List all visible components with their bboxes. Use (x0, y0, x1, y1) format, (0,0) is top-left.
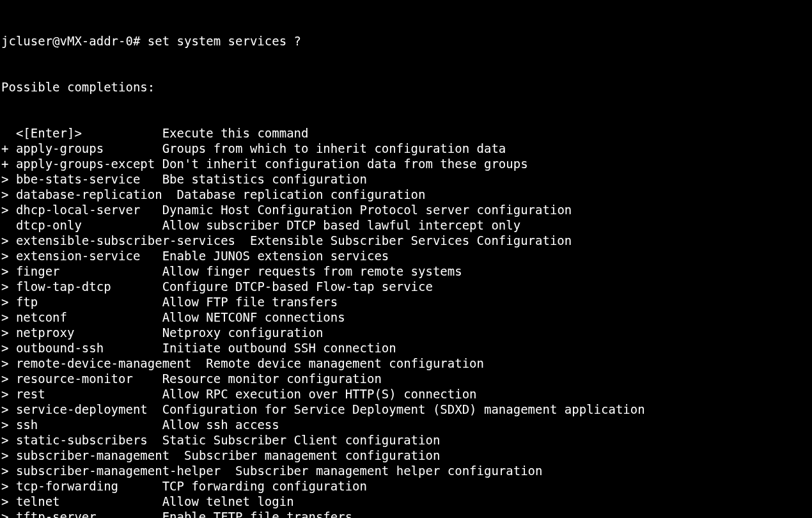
completion-name: apply-groups (16, 141, 162, 155)
completion-item: > bbe-stats-service Bbe statistics confi… (1, 171, 811, 187)
completion-item: > ssh Allow ssh access (1, 417, 811, 432)
completion-item: > telnet Allow telnet login (1, 494, 811, 509)
completion-prefix: > (1, 341, 16, 355)
completion-prefix: > (1, 249, 16, 263)
completion-item: > dhcp-local-server Dynamic Host Configu… (1, 202, 811, 217)
completion-name: telnet (16, 494, 162, 508)
terminal[interactable]: jcluser@vMX-addr-0# set system services … (0, 0, 812, 518)
prompt-line-1: jcluser@vMX-addr-0# set system services … (1, 33, 811, 49)
completion-item: > subscriber-management Subscriber manag… (1, 448, 811, 463)
completion-prefix (1, 126, 16, 140)
completion-prefix: > (1, 187, 16, 201)
completion-item: + apply-groups-except Don't inherit conf… (1, 156, 811, 171)
completion-item: > outbound-ssh Initiate outbound SSH con… (1, 340, 811, 356)
completion-description: Bbe statistics configuration (162, 172, 367, 186)
completion-item: > netproxy Netproxy configuration (1, 325, 811, 340)
completion-name: netproxy (16, 326, 162, 340)
completion-name: netconf (16, 310, 162, 324)
completion-description: Extensible Subscriber Services Configura… (250, 233, 572, 247)
completion-item: + apply-groups Groups from which to inhe… (1, 141, 811, 156)
completion-description: Allow finger requests from remote system… (162, 264, 462, 278)
completion-description: Groups from which to inherit configurati… (162, 141, 506, 155)
completion-description: Allow RPC execution over HTTP(S) connect… (162, 387, 477, 401)
completion-description: Subscriber management helper configurati… (235, 464, 542, 478)
completion-item: > service-deployment Configuration for S… (1, 402, 811, 417)
completion-name: subscriber-management (16, 448, 184, 462)
completion-item: > flow-tap-dtcp Configure DTCP-based Flo… (1, 279, 811, 294)
completion-prefix: > (1, 295, 16, 309)
completion-description: Configure DTCP-based Flow-tap service (162, 279, 433, 294)
completion-name: dtcp-only (16, 218, 162, 232)
completion-name: tcp-forwarding (16, 479, 162, 493)
completion-prefix: > (1, 433, 16, 447)
completion-item: > remote-device-management Remote device… (1, 356, 811, 371)
completion-description: Netproxy configuration (162, 326, 324, 340)
completion-name: finger (16, 264, 162, 278)
completion-prefix: > (1, 402, 16, 416)
completion-description: Database replication configuration (177, 187, 426, 201)
completion-name: static-subscribers (16, 433, 162, 447)
completion-prefix: > (1, 372, 16, 386)
completion-name: resource-monitor (16, 372, 162, 386)
completion-item: > static-subscribers Static Subscriber C… (1, 432, 811, 448)
completion-name: bbe-stats-service (16, 172, 162, 186)
completion-item: > netconf Allow NETCONF connections (1, 310, 811, 325)
completion-description: Initiate outbound SSH connection (162, 341, 396, 355)
completion-item: > ftp Allow FTP file transfers (1, 294, 811, 310)
completion-item: > resource-monitor Resource monitor conf… (1, 371, 811, 386)
completion-name: service-deployment (16, 402, 162, 416)
completion-prefix: > (1, 387, 16, 401)
completion-prefix: > (1, 310, 16, 324)
completion-item: > extension-service Enable JUNOS extensi… (1, 248, 811, 263)
completion-description: Allow NETCONF connections (162, 310, 345, 324)
completion-name: ssh (16, 418, 162, 432)
completion-item: dtcp-only Allow subscriber DTCP based la… (1, 217, 811, 233)
completion-prefix (1, 218, 16, 232)
completion-item: > tcp-forwarding TCP forwarding configur… (1, 478, 811, 494)
completion-name: dhcp-local-server (16, 203, 162, 217)
completion-prefix: > (1, 326, 16, 340)
completion-item: > subscriber-management-helper Subscribe… (1, 463, 811, 478)
completion-description: Don't inherit configuration data from th… (162, 157, 528, 171)
completion-prefix: > (1, 464, 16, 478)
completion-prefix: + (1, 141, 16, 155)
completion-item: > tftp-server Enable TFTP file transfers (1, 509, 811, 518)
completion-description: Enable JUNOS extension services (162, 249, 389, 263)
completion-description: Enable TFTP file transfers (162, 510, 352, 518)
completion-prefix: > (1, 172, 16, 186)
completion-name: flow-tap-dtcp (16, 279, 162, 294)
completion-name: extensible-subscriber-services (16, 233, 250, 247)
completion-name: ftp (16, 295, 162, 309)
completion-name: apply-groups-except (16, 157, 162, 171)
completion-name: tftp-server (16, 510, 162, 518)
completion-name: outbound-ssh (16, 341, 162, 355)
completion-description: TCP forwarding configuration (162, 479, 367, 493)
completion-name: database-replication (16, 187, 177, 201)
completion-description: Allow FTP file transfers (162, 295, 338, 309)
completion-item: > database-replication Database replicat… (1, 187, 811, 202)
completion-description: Remote device management configuration (206, 356, 484, 370)
completion-description: Resource monitor configuration (162, 372, 382, 386)
completion-prefix: > (1, 418, 16, 432)
completion-prefix: > (1, 264, 16, 278)
completion-prefix: > (1, 233, 16, 247)
completion-description: Dynamic Host Configuration Protocol serv… (162, 203, 572, 217)
completion-prefix: > (1, 510, 16, 518)
completion-name: extension-service (16, 249, 162, 263)
completion-prefix: > (1, 203, 16, 217)
completion-description: Allow ssh access (162, 418, 279, 432)
completions-header: Possible completions: (1, 79, 811, 95)
completion-item: > rest Allow RPC execution over HTTP(S) … (1, 386, 811, 402)
completion-prefix: > (1, 279, 16, 294)
completion-description: Static Subscriber Client configuration (162, 433, 441, 447)
completion-item: > extensible-subscriber-services Extensi… (1, 233, 811, 248)
completion-name: <[Enter]> (16, 126, 162, 140)
completion-prefix: + (1, 157, 16, 171)
completion-prefix: > (1, 479, 16, 493)
completion-item: <[Enter]> Execute this command (1, 125, 811, 141)
completion-name: subscriber-management-helper (16, 464, 235, 478)
completion-description: Subscriber management configuration (184, 448, 440, 462)
completion-prefix: > (1, 448, 16, 462)
completions-list: <[Enter]> Execute this command+ apply-gr… (1, 125, 811, 518)
completion-description: Configuration for Service Deployment (SD… (162, 402, 645, 416)
